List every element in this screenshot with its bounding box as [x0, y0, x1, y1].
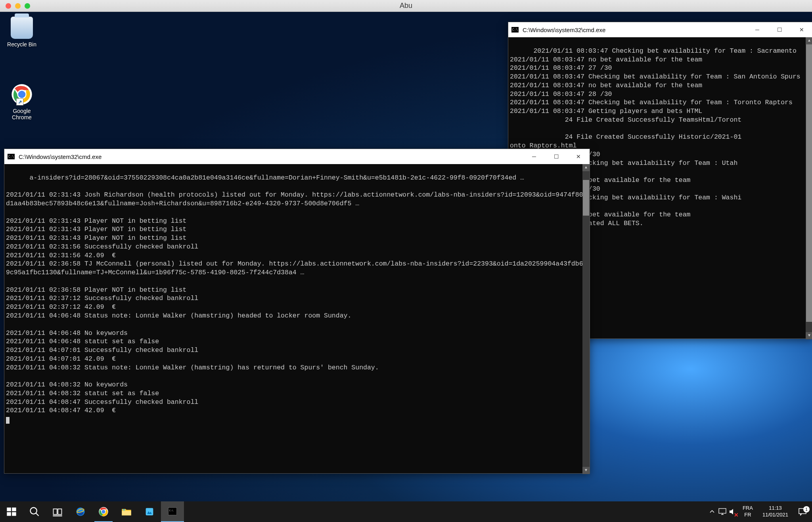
start-button[interactable]: [0, 501, 23, 522]
folder-icon: [121, 506, 132, 517]
google-chrome-shortcut[interactable]: ↗ Google Chrome: [4, 83, 40, 120]
scrollbar[interactable]: ▲ ▼: [582, 164, 590, 474]
scroll-thumb[interactable]: [806, 44, 812, 322]
svg-rect-23: [719, 509, 726, 513]
taskbar-ie[interactable]: [69, 501, 92, 522]
taskbar-chrome[interactable]: [92, 501, 115, 522]
notification-badge: 1: [803, 506, 810, 512]
chrome-icon: [98, 506, 109, 517]
date: 11/01/2021: [762, 512, 788, 518]
close-button[interactable]: ✕: [791, 22, 812, 37]
svg-line-9: [36, 513, 39, 516]
svg-rect-4: [7, 508, 11, 511]
svg-rect-18: [122, 511, 131, 516]
taskbar-app[interactable]: [138, 501, 161, 522]
time: 11:13: [762, 505, 788, 512]
scroll-up-arrow[interactable]: ▲: [806, 37, 812, 44]
task-view-button[interactable]: [46, 501, 69, 522]
svg-rect-5: [12, 508, 16, 511]
cmd-icon: [8, 154, 15, 159]
svg-rect-7: [12, 512, 16, 516]
cmd-left-title: C:\Windows\system32\cmd.exe: [19, 153, 102, 160]
host-window-title: Abu: [400, 2, 412, 10]
search-icon: [29, 506, 40, 517]
cmd-icon: C:\: [167, 506, 178, 517]
cursor: [6, 417, 10, 424]
cmd-left-text: a-insiders?id=28067&oid=37550229308c4ca0…: [6, 174, 587, 415]
clock[interactable]: 11:13 11/01/2021: [758, 505, 793, 518]
scroll-down-arrow[interactable]: ▼: [806, 332, 812, 339]
svg-point-16: [102, 510, 105, 513]
cmd-right-title: C:\Windows\system32\cmd.exe: [523, 27, 605, 33]
svg-rect-6: [7, 512, 11, 516]
tray-vm-icon[interactable]: [717, 501, 728, 522]
windows-taskbar: C:\ ✕ FRA FR 11:13 11/01/2021: [0, 501, 812, 522]
tray-volume-icon[interactable]: ✕: [728, 501, 738, 522]
chevron-up-icon: [709, 509, 715, 514]
mac-close-button[interactable]: [6, 3, 11, 9]
chrome-label: Google Chrome: [4, 108, 40, 120]
cmd-left-titlebar[interactable]: C:\Windows\system32\cmd.exe ─ ☐ ✕: [4, 149, 590, 164]
svg-point-8: [31, 508, 37, 514]
minimize-button[interactable]: ─: [523, 149, 545, 164]
app-icon: [144, 506, 155, 517]
svg-rect-10: [54, 509, 57, 514]
recycle-bin-label: Recycle Bin: [4, 41, 40, 48]
cmd-left-output[interactable]: a-insiders?id=28067&oid=37550229308c4ca0…: [4, 164, 590, 474]
tray-expand-button[interactable]: [707, 501, 717, 522]
windows-logo-icon: [6, 506, 17, 517]
taskbar-cmd[interactable]: C:\: [161, 501, 184, 522]
close-button[interactable]: ✕: [567, 149, 590, 164]
recycle-bin-icon[interactable]: Recycle Bin: [4, 17, 40, 48]
cmd-right-titlebar[interactable]: C:\Windows\system32\cmd.exe ─ ☐ ✕: [508, 22, 812, 37]
maximize-button[interactable]: ☐: [768, 22, 791, 37]
mac-minimize-button[interactable]: [15, 3, 21, 9]
scroll-down-arrow[interactable]: ▼: [582, 467, 590, 474]
windows-desktop[interactable]: Recycle Bin ↗ Google Chrome C:\Windows\s…: [0, 12, 812, 522]
cmd-icon: [511, 27, 519, 33]
mac-zoom-button[interactable]: [25, 3, 30, 9]
language-indicator[interactable]: FRA FR: [738, 505, 758, 518]
keyboard-layout: FR: [743, 512, 753, 518]
cmd-window-left[interactable]: C:\Windows\system32\cmd.exe ─ ☐ ✕ a-insi…: [4, 149, 590, 474]
shortcut-arrow-icon: ↗: [16, 98, 23, 105]
task-view-icon: [52, 506, 63, 517]
internet-explorer-icon: [75, 506, 86, 517]
svg-rect-11: [58, 509, 61, 514]
monitor-icon: [718, 508, 726, 515]
scroll-up-arrow[interactable]: ▲: [582, 164, 590, 171]
svg-rect-19: [123, 509, 125, 510]
scroll-thumb[interactable]: [583, 180, 589, 216]
search-button[interactable]: [23, 501, 46, 522]
taskbar-file-explorer[interactable]: [115, 501, 138, 522]
minimize-button[interactable]: ─: [746, 22, 768, 37]
svg-rect-20: [146, 508, 153, 516]
scrollbar[interactable]: ▲ ▼: [806, 37, 812, 339]
action-center-button[interactable]: 1: [793, 508, 812, 516]
svg-text:C:\: C:\: [169, 509, 174, 512]
input-language: FRA: [743, 505, 753, 512]
host-titlebar: Abu: [0, 0, 812, 12]
maximize-button[interactable]: ☐: [545, 149, 567, 164]
